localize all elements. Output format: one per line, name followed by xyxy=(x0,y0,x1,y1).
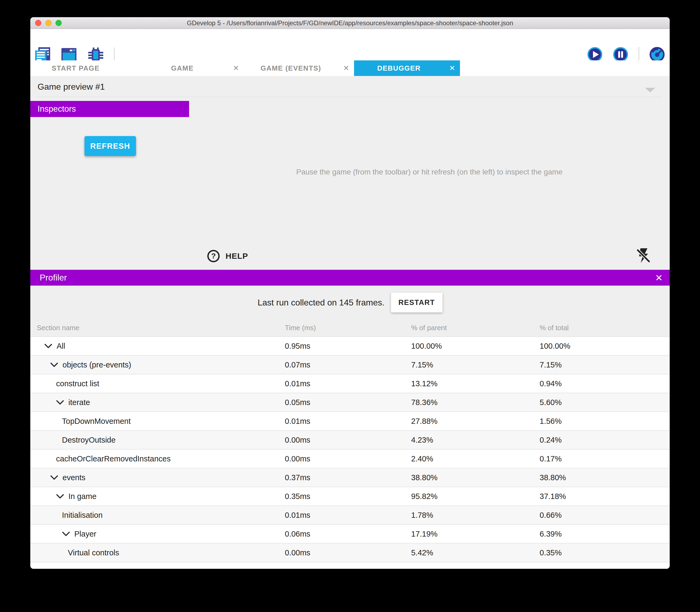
flash-off-icon[interactable] xyxy=(637,248,651,264)
percent-of-parent-value: 38.80% xyxy=(405,473,533,482)
chevron-down-icon[interactable] xyxy=(50,475,58,480)
percent-of-parent-value: 17.19% xyxy=(405,530,533,539)
percent-of-parent-value: 5.42% xyxy=(405,548,533,557)
section-name: DestroyOutside xyxy=(62,436,116,445)
section-name: TopDownMovement xyxy=(62,417,131,426)
profiler-header: Profiler ✕ xyxy=(30,270,670,286)
pause-icon[interactable] xyxy=(613,47,628,62)
game-preview-selector[interactable]: Game preview #1 xyxy=(38,82,105,92)
percent-of-total-value: 0.94% xyxy=(533,379,670,388)
refresh-button[interactable]: REFRESH xyxy=(85,136,136,156)
profiler-status-text: Last run collected on 145 frames. xyxy=(257,298,384,308)
section-name: All xyxy=(57,342,65,350)
table-row[interactable]: In game0.35ms95.82%37.18% xyxy=(30,487,670,506)
table-row[interactable]: Virtual controls0.00ms5.42%0.35% xyxy=(30,544,670,562)
percent-of-parent-value: 27.88% xyxy=(405,417,533,426)
chevron-down-icon[interactable] xyxy=(645,88,655,92)
minimize-window-button[interactable] xyxy=(45,20,52,26)
chevron-down-icon[interactable] xyxy=(56,400,64,405)
profiler-panel: Profiler ✕ Last run collected on 145 fra… xyxy=(30,270,670,569)
traffic-lights xyxy=(35,20,62,26)
maximize-window-button[interactable] xyxy=(56,20,62,26)
time-value: 0.37ms xyxy=(278,473,405,482)
table-row[interactable]: construct list0.01ms13.12%0.94% xyxy=(30,374,670,393)
close-icon[interactable]: ✕ xyxy=(343,64,349,72)
help-link[interactable]: ? HELP xyxy=(207,250,248,262)
column-header-percent-parent: % of parent xyxy=(405,324,533,332)
section-name: construct list xyxy=(56,379,99,388)
play-icon[interactable] xyxy=(587,47,603,62)
percent-of-parent-value: 78.36% xyxy=(405,398,533,407)
percent-of-parent-value: 7.15% xyxy=(405,361,533,369)
table-row[interactable]: iterate0.05ms78.36%5.60% xyxy=(30,393,670,412)
tab-bar: START PAGE GAME ✕ GAME (EVENTS) ✕ DEBUGG… xyxy=(30,60,670,76)
window-title: GDevelop 5 - /Users/florianrival/Project… xyxy=(30,17,670,29)
section-name: iterate xyxy=(68,398,90,407)
table-row[interactable]: Player0.06ms17.19%6.39% xyxy=(30,525,670,544)
section-name: Initialisation xyxy=(62,511,103,520)
help-icon: ? xyxy=(207,250,220,262)
table-row[interactable]: TopDownMovement0.01ms27.88%1.56% xyxy=(30,412,670,431)
tab-game-events[interactable]: GAME (EVENTS) ✕ xyxy=(244,60,354,76)
percent-of-total-value: 1.56% xyxy=(533,417,670,426)
tab-debugger[interactable]: DEBUGGER ✕ xyxy=(354,60,460,76)
section-name: Virtual controls xyxy=(68,548,119,557)
table-row[interactable]: cacheOrClearRemovedInstances0.00ms2.40%0… xyxy=(30,449,670,469)
time-value: 0.06ms xyxy=(278,530,405,539)
time-value: 0.01ms xyxy=(278,417,405,426)
time-value: 0.01ms xyxy=(278,379,405,388)
time-value: 0.05ms xyxy=(278,398,405,407)
toolbar xyxy=(30,29,670,60)
profiler-status-row: Last run collected on 145 frames. RESTAR… xyxy=(30,286,670,319)
section-name: In game xyxy=(68,492,97,501)
section-name: objects (pre-events) xyxy=(62,361,131,369)
section-name: Player xyxy=(74,530,96,539)
percent-of-parent-value: 13.12% xyxy=(405,379,533,388)
time-value: 0.00ms xyxy=(278,455,405,463)
close-window-button[interactable] xyxy=(35,20,41,26)
debugger-content: Game preview #1 Inspectors REFRESH Pause… xyxy=(30,76,670,270)
percent-of-parent-value: 100.00% xyxy=(405,342,533,350)
profiler-gauge-icon[interactable] xyxy=(649,47,665,62)
titlebar: GDevelop 5 - /Users/florianrival/Project… xyxy=(30,17,670,29)
profiler-title: Profiler xyxy=(40,273,67,283)
inspector-empty-message: Pause the game (from the toolbar) or hit… xyxy=(189,168,670,176)
column-header-time: Time (ms) xyxy=(278,324,405,332)
percent-of-total-value: 0.24% xyxy=(533,436,670,445)
column-header-percent-total: % of total xyxy=(533,324,670,332)
percent-of-parent-value: 4.23% xyxy=(405,436,533,445)
close-icon[interactable]: ✕ xyxy=(655,273,663,283)
table-row[interactable]: All0.95ms100.00%100.00% xyxy=(30,337,670,356)
table-row[interactable]: events0.37ms38.80%38.80% xyxy=(30,469,670,487)
profiler-table-header: Section name Time (ms) % of parent % of … xyxy=(30,319,670,337)
help-label: HELP xyxy=(226,251,248,261)
time-value: 0.07ms xyxy=(278,361,405,369)
restart-button[interactable]: RESTART xyxy=(391,293,443,312)
toolbar-divider xyxy=(639,47,639,62)
percent-of-total-value: 6.39% xyxy=(533,530,670,539)
time-value: 0.00ms xyxy=(278,436,405,445)
table-row[interactable]: objects (pre-events)0.07ms7.15%7.15% xyxy=(30,356,670,374)
tab-game[interactable]: GAME ✕ xyxy=(137,60,244,76)
inspectors-title: Inspectors xyxy=(38,104,76,114)
percent-of-total-value: 100.00% xyxy=(533,342,670,350)
time-value: 0.95ms xyxy=(278,342,405,350)
app-window: GDevelop 5 - /Users/florianrival/Project… xyxy=(30,17,670,569)
percent-of-total-value: 7.15% xyxy=(533,361,670,369)
percent-of-total-value: 38.80% xyxy=(533,473,670,482)
table-row[interactable]: Initialisation0.01ms1.78%0.66% xyxy=(30,506,670,525)
percent-of-total-value: 0.66% xyxy=(533,511,670,520)
chevron-down-icon[interactable] xyxy=(56,494,64,499)
profiler-table-body: All0.95ms100.00%100.00%objects (pre-even… xyxy=(30,337,670,562)
close-icon[interactable]: ✕ xyxy=(233,64,239,72)
column-header-section-name: Section name xyxy=(30,324,278,332)
tab-start-page[interactable]: START PAGE xyxy=(30,60,137,76)
close-icon[interactable]: ✕ xyxy=(449,64,455,72)
divider xyxy=(38,97,662,97)
chevron-down-icon[interactable] xyxy=(62,531,70,537)
table-row[interactable]: DestroyOutside0.00ms4.23%0.24% xyxy=(30,431,670,449)
inspectors-header: Inspectors xyxy=(30,101,189,117)
chevron-down-icon[interactable] xyxy=(50,362,58,367)
percent-of-parent-value: 1.78% xyxy=(405,511,533,520)
chevron-down-icon[interactable] xyxy=(44,344,52,349)
